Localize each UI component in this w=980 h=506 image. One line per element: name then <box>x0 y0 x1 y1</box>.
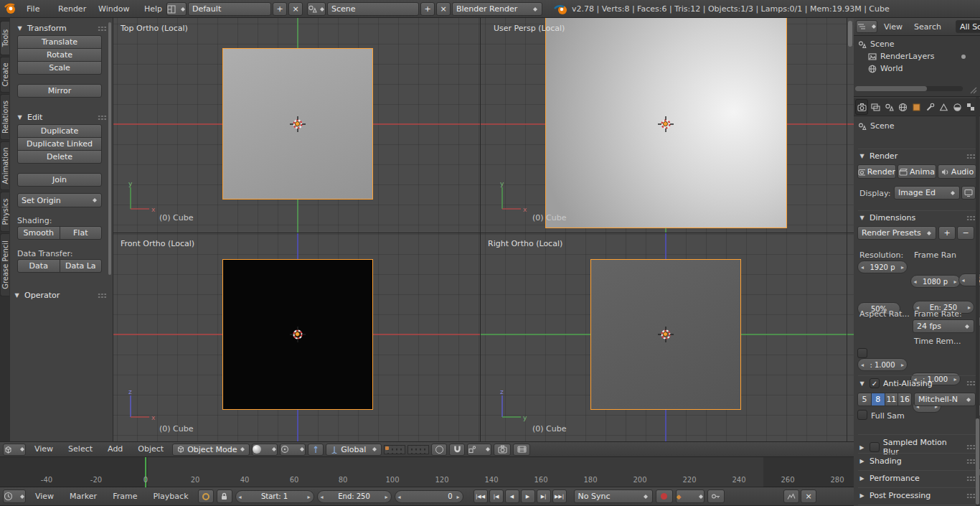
outliner-editor-type-button[interactable] <box>856 20 877 33</box>
render-panel-header[interactable]: ▼Render <box>858 149 976 161</box>
render-audio-button[interactable]: Audio <box>938 164 976 179</box>
viewport-right-ortho[interactable]: z y Right Ortho (Local) (0) Cube <box>481 233 854 441</box>
jump-to-start-button[interactable]: |◀◀ <box>473 489 488 503</box>
border-checkbox[interactable] <box>857 348 867 358</box>
3d-cursor[interactable] <box>289 116 306 133</box>
resize-grip-icon[interactable] <box>969 85 977 94</box>
3d-cursor[interactable] <box>657 326 674 343</box>
render-engine-dropdown[interactable]: Blender Render <box>452 2 542 16</box>
operator-panel-header[interactable]: ▼Operator <box>13 291 107 300</box>
scene-name-field[interactable]: Scene <box>327 2 419 16</box>
panel-grip-icon[interactable] <box>98 115 107 121</box>
layers-group-2-icon[interactable] <box>407 445 429 454</box>
auto-keyframe-button[interactable] <box>656 489 673 503</box>
scene-browse-button[interactable] <box>307 2 326 16</box>
display-extra-button[interactable] <box>961 186 976 200</box>
increment-arrow-icon[interactable]: ▸ <box>901 264 904 271</box>
aa-samples-5-button[interactable]: 5 <box>857 393 872 406</box>
viewport-top-ortho[interactable]: y x Top Ortho (Local) (0) Cube <box>113 18 481 233</box>
mirror-button[interactable]: Mirror <box>17 84 102 98</box>
set-origin-dropdown[interactable]: Set Origin <box>17 193 102 207</box>
resolution-y-field[interactable]: ◂1080 p▸ <box>910 275 961 288</box>
timeline-editor-type-button[interactable] <box>3 489 26 503</box>
translate-button[interactable]: Translate <box>17 35 102 49</box>
delete-button[interactable]: Delete <box>17 150 102 164</box>
unlink-button[interactable]: × <box>801 489 816 503</box>
panel-grip-icon[interactable] <box>966 215 976 221</box>
outliner-scope-dropdown[interactable]: All Sc <box>956 20 980 33</box>
menu-window[interactable]: Window <box>92 0 136 18</box>
panel-grip-icon[interactable] <box>966 444 976 450</box>
aspect-x-field[interactable]: ◂: 1.000▸ <box>857 358 908 371</box>
tl-menu-playback[interactable]: Playback <box>146 487 194 505</box>
jump-to-end-button[interactable]: ▶▶| <box>552 489 567 503</box>
scale-button[interactable]: Scale <box>17 61 102 75</box>
menu-render[interactable]: Render <box>52 0 93 18</box>
increment-arrow-icon[interactable]: ▸ <box>385 493 388 500</box>
panel-grip-icon[interactable] <box>966 476 976 482</box>
end-frame-field[interactable]: ◂End:250▸ <box>317 490 392 503</box>
start-frame-field[interactable]: ◂Start:1▸ <box>235 490 314 503</box>
data-button[interactable]: Data <box>17 259 60 273</box>
render-animation-button[interactable]: Anima <box>897 164 936 179</box>
motion-blur-checkbox[interactable] <box>870 442 880 452</box>
add-preset-button[interactable]: + <box>938 226 956 240</box>
current-frame-field[interactable]: ◂0▸ <box>395 490 463 503</box>
viewport-user-persp[interactable]: y x User Persp (Local) (0) Cube <box>481 18 854 233</box>
outliner-item-renderlayers[interactable]: RenderLayers <box>868 52 935 61</box>
panel-grip-icon[interactable] <box>966 380 976 386</box>
decrement-arrow-icon[interactable]: ◂ <box>239 493 242 500</box>
tab-object-icon[interactable] <box>910 99 923 115</box>
outliner-item-world[interactable]: World <box>868 64 903 73</box>
delete-scene-button[interactable]: × <box>436 2 451 16</box>
layout-browse-button[interactable] <box>166 2 187 16</box>
editor-type-button[interactable] <box>3 444 26 456</box>
render-button[interactable]: Render <box>857 164 896 179</box>
render-presets-dropdown[interactable]: Render Presets <box>857 226 936 240</box>
play-button[interactable]: ▶ <box>521 489 535 503</box>
transform-panel-header[interactable]: ▼Transform <box>16 24 107 33</box>
toolshelf-tab-create[interactable]: Create <box>0 57 9 93</box>
join-button[interactable]: Join <box>17 173 102 187</box>
prev-keyframe-button[interactable]: |◀ <box>489 489 504 503</box>
full-sample-checkbox[interactable] <box>857 410 867 420</box>
v3d-menu-object[interactable]: Object <box>131 441 170 457</box>
3d-cursor[interactable] <box>657 116 674 133</box>
performance-panel-header[interactable]: ▶Performance <box>858 470 976 483</box>
tab-render-layers-icon[interactable] <box>869 99 882 115</box>
tl-menu-frame[interactable]: Frame <box>106 487 143 505</box>
mode-dropdown[interactable]: Object Mode <box>172 444 250 456</box>
increment-arrow-icon[interactable]: ▸ <box>953 278 956 285</box>
v3d-menu-add[interactable]: Add <box>101 441 129 457</box>
display-dropdown[interactable]: Image Ed <box>894 186 960 200</box>
tab-modifiers-icon[interactable] <box>923 99 936 115</box>
tl-menu-marker[interactable]: Marker <box>63 487 103 505</box>
opengl-render-button[interactable] <box>494 444 511 456</box>
preview-range-button[interactable] <box>198 489 214 503</box>
decrement-arrow-icon[interactable]: ◂ <box>861 362 864 368</box>
add-scene-button[interactable]: + <box>420 2 435 16</box>
properties-scrollbar-handle[interactable] <box>976 418 979 505</box>
rotate-button[interactable]: Rotate <box>17 48 102 62</box>
increment-arrow-icon[interactable]: ▸ <box>968 304 971 311</box>
add-layout-button[interactable]: + <box>273 2 287 16</box>
blender-app-icon[interactable] <box>4 2 17 15</box>
panel-grip-icon[interactable] <box>98 293 107 299</box>
anti-aliasing-checkbox[interactable]: ✓ <box>870 378 880 388</box>
menu-file[interactable]: File <box>20 0 46 18</box>
flat-button[interactable]: Flat <box>60 226 103 240</box>
decrement-arrow-icon[interactable]: ◂ <box>914 278 917 285</box>
aa-samples-16-button[interactable]: 16 <box>897 393 912 406</box>
resolution-x-field[interactable]: ◂1920 p▸ <box>857 261 908 273</box>
viewport-shading-dropdown[interactable] <box>252 444 278 456</box>
panel-grip-icon[interactable] <box>966 459 976 464</box>
proportional-edit-button[interactable] <box>431 444 447 456</box>
play-reverse-button[interactable]: ◀ <box>505 489 519 503</box>
snap-toggle-button[interactable] <box>449 444 465 456</box>
duplicate-button[interactable]: Duplicate <box>17 124 102 138</box>
panel-grip-icon[interactable] <box>98 26 107 32</box>
v3d-menu-select[interactable]: Select <box>62 441 99 457</box>
decrement-arrow-icon[interactable]: ◂ <box>321 493 324 500</box>
tl-menu-view[interactable]: View <box>29 487 60 505</box>
3d-cursor[interactable] <box>289 326 306 343</box>
